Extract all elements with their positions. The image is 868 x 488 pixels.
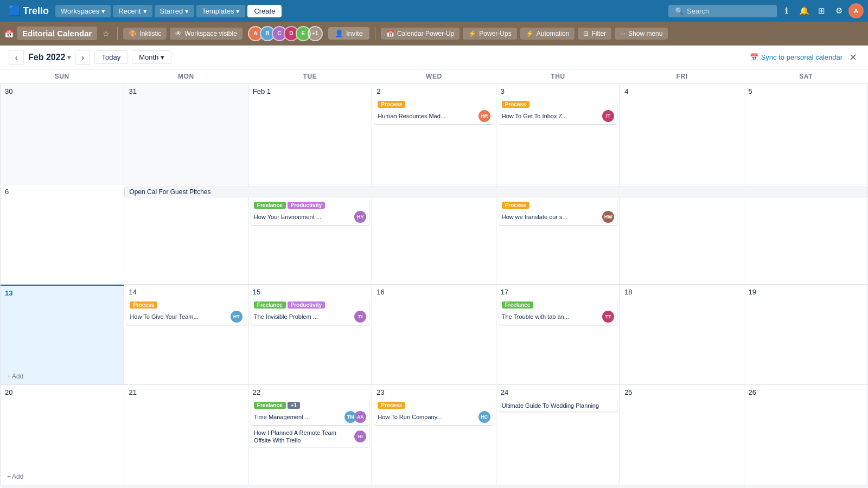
- card-avatar: TI: [354, 311, 366, 323]
- card-avatar: IT: [602, 110, 614, 122]
- chevron-down-icon: ▾: [185, 7, 189, 15]
- day-14: 14 Process How To Give Your Team... HT: [124, 285, 248, 385]
- visibility-button[interactable]: 👁 Workspace visible: [170, 28, 242, 40]
- label-freelance: Freelance: [502, 301, 534, 309]
- card-avatar: HI: [354, 431, 366, 442]
- day-30: 30: [1, 84, 124, 184]
- day-10: 10 Process How we translate our s... HW: [496, 184, 620, 285]
- label-process: Process: [502, 101, 529, 108]
- divider: [375, 27, 375, 40]
- notifications-button[interactable]: 🔔: [796, 3, 812, 18]
- templates-menu[interactable]: Templates ▾: [196, 5, 245, 17]
- info-button[interactable]: ℹ: [779, 3, 794, 18]
- calendar-icon: 📅: [386, 30, 394, 37]
- next-month-button[interactable]: ›: [75, 50, 90, 65]
- day-31: 31: [124, 84, 248, 184]
- label-productivity: Productivity: [288, 202, 326, 209]
- filter-button[interactable]: ⊟ Filter: [578, 28, 611, 40]
- prev-month-button[interactable]: ‹: [9, 50, 24, 65]
- header-tue: Tue: [248, 69, 372, 84]
- settings-button[interactable]: ⚙: [831, 3, 846, 18]
- card-avatar: HR: [478, 110, 490, 122]
- day-12: 12: [744, 184, 868, 285]
- powerups-button[interactable]: ⚡ Power-Ups: [463, 28, 516, 40]
- current-date-display: Feb 2022 ▾: [28, 53, 71, 62]
- card-labels: Process: [378, 402, 490, 409]
- header-fri: Fri: [620, 69, 744, 84]
- label-process: Process: [378, 101, 405, 108]
- card-remote-offsite[interactable]: How I Planned A Remote Team Offsite With…: [251, 427, 369, 447]
- automation-button[interactable]: ⚡ Automation: [520, 28, 575, 40]
- calendar-icon: 📅: [4, 29, 14, 38]
- day-24: 24 Ultimate Guide To Wedding Planning: [496, 385, 620, 485]
- day-17: 17 Freelance The Trouble with tab an... …: [496, 285, 620, 385]
- day-8: 8 Freelance Productivity How Your Enviro…: [248, 184, 372, 285]
- card-time-management[interactable]: Freelance +1 Time Management ... TM AA: [251, 400, 369, 425]
- card-trouble-tabs[interactable]: Freelance The Trouble with tab an... TT: [499, 299, 617, 325]
- starred-menu[interactable]: Starred ▾: [155, 5, 195, 17]
- day-9: 9: [372, 184, 496, 285]
- calendar-sync-icon: 📅: [750, 53, 758, 61]
- top-navigation: 🟦 Trello Workspaces ▾ Recent ▾ Starred ▾…: [0, 0, 868, 22]
- invite-button[interactable]: 👤 Invite: [328, 27, 369, 40]
- plus-icon: +: [7, 473, 11, 480]
- close-button[interactable]: ✕: [847, 49, 859, 66]
- lightning-icon: ⚡: [468, 30, 476, 37]
- recent-menu[interactable]: Recent ▾: [113, 5, 152, 17]
- card-environment[interactable]: Freelance Productivity How Your Environm…: [251, 200, 369, 225]
- workspace-button[interactable]: 🎨 Inktistic: [123, 28, 167, 40]
- calendar-powerup-button[interactable]: 📅 Calendar Power-Up: [381, 28, 459, 40]
- avatar-more[interactable]: +1: [308, 26, 323, 41]
- divider: [117, 27, 118, 40]
- search-bar[interactable]: 🔍 Search: [668, 5, 777, 17]
- label-freelance: Freelance: [254, 202, 286, 209]
- card-labels: Process: [502, 101, 614, 108]
- trello-logo-text: Trello: [23, 5, 49, 17]
- robot-icon: ⚡: [526, 30, 534, 37]
- card-run-company[interactable]: Process How To Run Company... HC: [374, 400, 493, 425]
- chevron-down-icon: ▾: [236, 7, 240, 15]
- chevron-down-icon: ▾: [143, 7, 147, 15]
- multiday-event[interactable]: Open Cal For Guest Pitches: [124, 187, 868, 197]
- add-card-button-20[interactable]: + Add: [4, 472, 27, 481]
- label-freelance: Freelance: [254, 402, 286, 409]
- today-button[interactable]: Today: [94, 50, 127, 64]
- board-title[interactable]: Editorial Calendar: [17, 27, 97, 40]
- header-mon: Mon: [124, 69, 248, 84]
- card-human-resources[interactable]: Process Human Resources Mad... HR: [374, 99, 493, 124]
- apps-button[interactable]: ⊞: [814, 3, 829, 18]
- month-view-button[interactable]: Month ▾: [132, 50, 171, 64]
- card-labels: Process: [378, 101, 490, 108]
- card-avatar: TM: [344, 411, 356, 423]
- card-give-team[interactable]: Process How To Give Your Team... HT: [126, 299, 245, 325]
- show-menu-button[interactable]: ··· Show menu: [615, 28, 668, 40]
- day-19: 19: [744, 285, 868, 385]
- sync-calendar-button[interactable]: 📅 Sync to personal calendar: [750, 53, 843, 61]
- workspaces-menu[interactable]: Workspaces ▾: [55, 5, 111, 17]
- card-invisible-problem[interactable]: Freelance Productivity The Invisible Pro…: [251, 299, 369, 325]
- card-avatar: TT: [602, 311, 614, 323]
- board-header: 📅 Editorial Calendar ☆ 🎨 Inktistic 👁 Wor…: [0, 22, 868, 46]
- label-process: Process: [130, 301, 157, 309]
- day-11: 11: [620, 184, 744, 285]
- card-avatar: HW: [602, 211, 614, 223]
- create-button[interactable]: Create: [247, 5, 282, 17]
- workspace-icon: 🎨: [129, 30, 137, 37]
- card-translate[interactable]: Process How we translate our s... HW: [499, 200, 617, 225]
- card-inbox-zero[interactable]: Process How To Get To Inbox Z... IT: [499, 99, 617, 124]
- label-freelance: Freelance: [254, 301, 286, 309]
- card-avatar: HT: [231, 311, 242, 323]
- add-card-button[interactable]: + Add: [4, 371, 27, 381]
- card-avatar: HY: [354, 211, 366, 223]
- day-2: 2 Process Human Resources Mad... HR: [372, 84, 496, 184]
- card-wedding-planning[interactable]: Ultimate Guide To Wedding Planning: [499, 400, 617, 412]
- chevron-down-icon: ▾: [101, 7, 105, 15]
- calendar-toolbar: ‹ Feb 2022 ▾ › Today Month ▾ 📅 Sync to p…: [0, 46, 868, 69]
- day-18: 18: [620, 285, 744, 385]
- label-extra: +1: [288, 402, 300, 409]
- trello-logo[interactable]: 🟦 Trello: [4, 5, 53, 17]
- day-7: 7: [124, 184, 248, 285]
- header-wed: Wed: [372, 69, 496, 84]
- star-button[interactable]: ☆: [100, 27, 112, 40]
- user-avatar[interactable]: A: [848, 3, 864, 18]
